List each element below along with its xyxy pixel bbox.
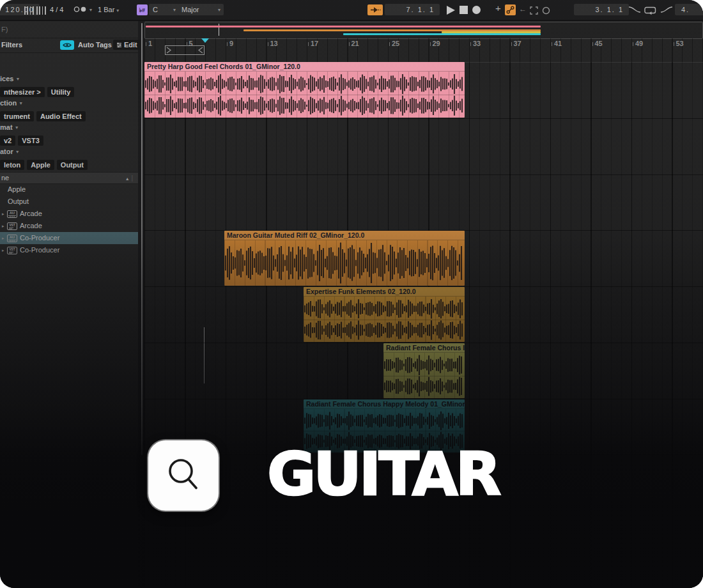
arrangement-view: 1591317212529333741454953 Pretty Harp Go… [144,21,703,588]
fade-in-icon[interactable] [660,5,674,17]
bar-number: 21 [349,40,359,47]
clip-title: Maroon Guitar Muted Riff 02_GMinor_120.0 [224,231,465,240]
filter-chip[interactable]: nthesizer > [0,87,45,97]
filter-chip[interactable]: v2 [0,135,15,146]
arrangement-overview[interactable] [144,22,703,39]
metronome-icon[interactable]: ▾ [73,6,92,15]
bar-number: 17 [308,40,318,47]
browser-search-field[interactable]: F) [0,21,138,38]
follow-arrow-icon [370,6,381,13]
bar-number: 33 [470,40,481,47]
audio-clip[interactable]: Pretty Harp Good Feel Chords 01_GMinor_1… [144,62,465,118]
filter-chip[interactable]: Audio Effect [36,111,86,121]
bar-number: 45 [592,40,603,47]
tap-nudge-up-icon[interactable] [36,6,46,17]
draw-mode-circle-icon[interactable] [542,6,550,17]
filters-label: Filters [0,41,22,49]
clip-title: Pretty Harp Good Feel Chords 01_GMinor_1… [144,62,465,72]
track-separator [144,399,703,399]
filter-section-header[interactable]: ator ▼ [0,148,138,155]
audio-clip[interactable]: Expertise Funk Elements 02_120.0 [304,287,465,342]
transport-toolbar: 120.00 4 / 4 ▾ 1 Bar ▾ ♭# C▾ Major▾ 7. 1… [0,0,703,21]
time-signature-field[interactable]: 4 / 4 [50,6,63,14]
browser-item-co-producer[interactable]: ▸VSTCo-Producer [0,244,138,256]
stop-button[interactable] [460,6,468,14]
record-button[interactable] [472,6,481,14]
browser-panel: F) Filters Auto Tags Edit ices ▼nthesize… [0,21,138,588]
filter-chip[interactable]: Apple [27,160,54,170]
edit-list-icon [116,42,122,48]
filter-chip[interactable]: VST3 [18,135,43,146]
automation-mode-button[interactable] [505,4,516,15]
filter-section-header[interactable]: mat ▼ [0,123,138,131]
draw-region-icon[interactable] [530,6,538,17]
overview-clip-segment [146,26,541,27]
browser-item-apple[interactable]: Apple [0,183,138,196]
bar-number: 29 [430,40,440,47]
insert-marker-icon[interactable] [201,38,209,43]
vst-plugin-icon: VST [7,222,19,230]
follow-button[interactable] [367,4,383,15]
eye-icon [63,42,72,48]
quantize-menu[interactable]: 1 Bar ▾ [98,6,119,15]
edit-filters-button[interactable]: Edit [113,40,141,50]
filter-chip[interactable]: trument [0,111,34,121]
audio-clip[interactable]: Radiant Female Chorus Happy Melody 01_GM… [304,399,465,453]
flat-sharp-icon: ♭# [139,7,145,13]
bar-number: 53 [674,40,684,47]
track-separator [144,230,703,231]
auto-tags-eye-toggle[interactable] [60,40,74,50]
track-separator [144,286,703,287]
track-separator [144,118,703,119]
automation-nodes-icon [506,6,514,14]
browser-item-arcade[interactable]: ▸AUArcade [0,208,138,220]
browser-item-label: Apple [7,183,26,196]
browser-item-co-producer[interactable]: ▸AUCo-Producer [0,232,138,244]
loop-start-display[interactable]: 3. 1. 1 [574,4,629,15]
expand-arrow-icon: ▸ [2,232,7,244]
channel-divider [383,376,465,376]
browser-scrollbar[interactable] [141,23,143,455]
expand-arrow-icon: ▸ [2,244,7,256]
svg-text:VST: VST [10,224,15,227]
filter-chip[interactable]: Utility [47,87,75,97]
filter-section-header[interactable]: ices ▼ [0,75,138,82]
browser-item-label: Co-Producer [19,244,59,256]
arrangement-position-display[interactable]: 7. 1. 1 [385,4,440,15]
au-plugin-icon: AU [7,210,19,218]
bar-number: 37 [511,40,521,47]
loop-region-marker[interactable] [165,45,205,55]
filters-row: Filters Auto Tags Edit [0,38,138,53]
add-track-button[interactable]: + [495,4,501,12]
bar-number: 1 [146,40,152,47]
loop-switch[interactable] [644,6,656,17]
clip-title: Expertise Funk Elements 02_120.0 [304,287,465,297]
vst-plugin-icon: VST [7,247,19,254]
tap-nudge-down-icon[interactable] [24,6,34,17]
bar-number: 5 [187,40,193,47]
filter-chip[interactable]: Output [57,160,88,170]
beat-time-ruler[interactable]: 1591317212529333741454953 [144,38,703,63]
track-lanes[interactable]: Pretty Harp Good Feel Chords 01_GMinor_1… [144,62,703,588]
scale-mode-button[interactable]: ♭# [137,4,148,15]
filter-chip-row: trumentAudio Effect [0,110,138,121]
audio-clip[interactable]: Radiant Female Chorus In [383,343,465,398]
tempo-field[interactable]: 120.00 [0,4,40,15]
track-separator [144,174,703,175]
filter-chip[interactable]: leton [0,160,24,170]
scale-name-menu[interactable]: Major▾ [178,4,224,15]
browser-item-arcade[interactable]: ▸VSTArcade [0,220,138,232]
re-enable-automation-button[interactable]: ← [519,5,527,13]
audio-clip[interactable]: Maroon Guitar Muted Riff 02_GMinor_120.0 [224,231,465,286]
track-separator [144,343,703,343]
browser-item-label: Output [7,196,29,208]
browser-item-output[interactable]: Output [0,196,138,208]
sort-ascending-icon[interactable]: ▲ | [125,173,133,184]
play-button[interactable] [447,6,455,15]
loop-length-display[interactable]: 4. [675,4,703,15]
name-column-header[interactable]: ne ▲ | [0,172,138,184]
filter-chip-row: nthesizer >Utility [0,86,138,97]
scale-root-menu[interactable]: C▾ [149,4,179,15]
filter-section-header[interactable]: ction ▼ [0,99,138,107]
fade-out-icon[interactable] [628,5,642,17]
